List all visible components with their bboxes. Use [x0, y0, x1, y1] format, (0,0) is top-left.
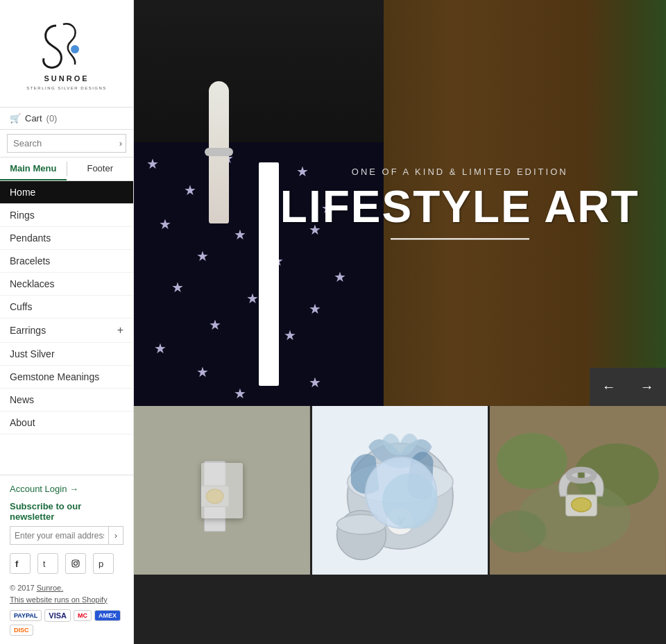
product-grid: 𝒮	[134, 406, 666, 644]
nav-label-pendants: Pendants	[10, 232, 51, 244]
hero-slideshow: ★ ★ ★ ★ ★ ★ ★ ★ ★ ★ ★ ★ ★ ★ ★ ★ ★	[134, 0, 666, 406]
nav-label-rings: Rings	[10, 210, 35, 221]
nav-label-gemstone-meanings: Gemstone Meanings	[10, 371, 99, 382]
copyright: © 2017 Sunroe. This website runs on Shop…	[10, 582, 123, 605]
brand-logo: SUNROE STERLING SILVER DESIGNS	[25, 12, 108, 95]
social-icons: f t p	[10, 553, 123, 574]
hero-underline	[391, 238, 529, 239]
svg-text:SUNROE: SUNROE	[44, 74, 89, 83]
copyright-link[interactable]: Sunroe.	[37, 584, 64, 592]
logo-area: SUNROE STERLING SILVER DESIGNS	[0, 0, 133, 108]
amex-badge: AMEX	[94, 610, 121, 621]
nav-label-just-silver: Just Silver	[10, 348, 55, 359]
nav-item-cuffs[interactable]: Cuffs	[0, 296, 133, 319]
next-slide-button[interactable]: →	[628, 368, 666, 406]
hero-arm	[209, 81, 229, 223]
mastercard-badge: MC	[74, 610, 92, 621]
nav-label-home: Home	[10, 187, 35, 198]
tab-footer[interactable]: Footer	[67, 158, 134, 180]
svg-point-7	[77, 561, 78, 562]
shopify-link[interactable]: This website runs on Shopify	[10, 595, 108, 604]
payment-icons: PayPal VISA MC AMEX DISC	[10, 609, 123, 636]
product-thumb-3[interactable]	[488, 406, 666, 575]
search-input[interactable]	[7, 134, 126, 153]
nav-item-earrings[interactable]: Earrings +	[0, 319, 133, 343]
svg-rect-11	[204, 461, 225, 531]
svg-point-13	[207, 489, 223, 503]
svg-text:f: f	[15, 559, 19, 568]
svg-text:𝒮: 𝒮	[397, 515, 406, 526]
newsletter-form: ›	[10, 526, 123, 545]
nav-label-necklaces: Necklaces	[10, 278, 55, 289]
hero-title: LIFESTYLE ART	[280, 183, 640, 231]
cart-bar[interactable]: 🛒 Cart (0)	[0, 108, 133, 130]
nav-item-pendants[interactable]: Pendants	[0, 227, 133, 250]
cart-label: Cart	[25, 113, 42, 124]
cart-icon: 🛒	[10, 113, 21, 124]
slide-arrows: ← →	[590, 368, 666, 406]
svg-text:STERLING SILVER DESIGNS: STERLING SILVER DESIGNS	[26, 86, 107, 90]
nav-menu: Home Rings Pendants Bracelets Necklaces …	[0, 181, 133, 475]
nav-label-earrings: Earrings	[10, 325, 46, 336]
nav-item-about[interactable]: About	[0, 412, 133, 434]
hero-background: ★ ★ ★ ★ ★ ★ ★ ★ ★ ★ ★ ★ ★ ★ ★ ★ ★	[134, 0, 666, 406]
svg-rect-9	[134, 406, 310, 575]
product-thumb-1[interactable]	[134, 406, 310, 575]
nav-label-cuffs: Cuffs	[10, 301, 32, 312]
svg-point-0	[71, 45, 79, 53]
nav-label-news: News	[10, 394, 34, 405]
nav-item-just-silver[interactable]: Just Silver	[0, 343, 133, 366]
nav-item-bracelets[interactable]: Bracelets	[0, 250, 133, 273]
account-login-link[interactable]: Account Login →	[10, 484, 123, 494]
svg-point-6	[74, 562, 78, 566]
prev-slide-button[interactable]: ←	[590, 368, 628, 406]
cart-count: (0)	[46, 113, 58, 124]
svg-rect-12	[200, 486, 229, 507]
svg-point-17	[386, 507, 414, 535]
hero-subtitle: ONE OF A KIND & LIMITED EDITION	[280, 167, 640, 177]
svg-point-20	[336, 515, 386, 534]
svg-point-22	[497, 433, 567, 489]
earrings-expand-icon: +	[117, 324, 123, 337]
nav-item-necklaces[interactable]: Necklaces	[0, 273, 133, 296]
sidebar-footer: Account Login → Subscribe to our newslet…	[0, 475, 133, 644]
hero-bracelet	[205, 148, 232, 156]
svg-text:p: p	[99, 559, 103, 568]
menu-tabs: Main Menu Footer	[0, 158, 133, 181]
facebook-icon[interactable]: f	[10, 553, 31, 574]
svg-point-27	[572, 498, 591, 511]
svg-text:t: t	[43, 559, 46, 568]
svg-point-25	[490, 510, 546, 552]
nav-item-rings[interactable]: Rings	[0, 204, 133, 227]
pinterest-icon[interactable]: p	[93, 553, 114, 574]
newsletter-submit-button[interactable]: ›	[108, 527, 123, 544]
nav-item-news[interactable]: News	[0, 389, 133, 412]
tab-main-menu[interactable]: Main Menu	[0, 158, 67, 180]
main-content: ★ ★ ★ ★ ★ ★ ★ ★ ★ ★ ★ ★ ★ ★ ★ ★ ★	[134, 0, 666, 644]
nav-label-bracelets: Bracelets	[10, 255, 50, 266]
discover-badge: DISC	[10, 625, 33, 636]
nav-item-gemstone-meanings[interactable]: Gemstone Meanings	[0, 366, 133, 389]
newsletter-label: Subscribe to our newsletter	[10, 501, 123, 522]
hero-text-overlay: ONE OF A KIND & LIMITED EDITION LIFESTYL…	[280, 167, 640, 239]
hero-white-stripe	[259, 162, 279, 386]
nav-label-about: About	[10, 417, 35, 428]
nav-item-home[interactable]: Home	[0, 181, 133, 204]
instagram-icon[interactable]	[65, 553, 86, 574]
newsletter-email-input[interactable]	[10, 527, 108, 544]
search-bar: ›	[0, 130, 133, 158]
paypal-badge: PayPal	[10, 610, 42, 621]
sidebar: SUNROE STERLING SILVER DESIGNS 🛒 Cart (0…	[0, 0, 134, 644]
tumblr-icon[interactable]: t	[37, 553, 58, 574]
visa-badge: VISA	[44, 609, 71, 622]
product-thumb-2[interactable]: 𝒮	[310, 406, 488, 575]
